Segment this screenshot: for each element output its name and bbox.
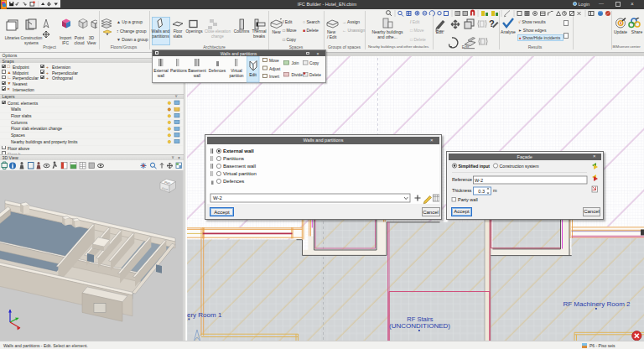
svg-text:Join: Join: [291, 61, 299, 65]
svg-text:Partitions: Partitions: [170, 69, 188, 73]
svg-text:Simplified input: Simplified input: [459, 163, 491, 168]
svg-text:W-2: W-2: [213, 195, 223, 201]
svg-text:ery Room 1: ery Room 1: [187, 311, 222, 319]
svg-text:m: m: [493, 188, 497, 193]
svg-text:Defences: Defences: [223, 179, 244, 184]
svg-text:partition: partition: [229, 74, 243, 78]
svg-text:Adjust: Adjust: [269, 67, 281, 71]
svg-text:Construction system: Construction system: [500, 163, 539, 168]
svg-text:Basement: Basement: [188, 69, 206, 73]
svg-text:Thickness: Thickness: [452, 188, 472, 193]
svg-text:Basement wall: Basement wall: [223, 164, 256, 169]
svg-text:W-2: W-2: [475, 177, 483, 182]
svg-text:(UNCONDITIONED): (UNCONDITIONED): [389, 322, 450, 330]
svg-text:Edit: Edit: [249, 72, 257, 77]
svg-text:Delete: Delete: [309, 73, 321, 77]
svg-text:wall: wall: [157, 74, 164, 78]
svg-text:Reference: Reference: [452, 177, 472, 182]
svg-text:Party wall: Party wall: [458, 197, 478, 202]
svg-text:RF Machinery Room 2: RF Machinery Room 2: [563, 300, 631, 308]
svg-text:Invert: Invert: [269, 75, 280, 79]
svg-text:External wall: External wall: [223, 148, 254, 154]
svg-text:Move: Move: [269, 59, 279, 63]
svg-text:Defences: Defences: [208, 69, 226, 73]
svg-text:Partitions: Partitions: [223, 156, 244, 161]
svg-text:External: External: [153, 69, 169, 73]
svg-text:wall: wall: [193, 74, 200, 78]
svg-text:Copy: Copy: [309, 61, 319, 65]
svg-text:Virtual: Virtual: [231, 69, 242, 73]
svg-text:Virtual partition: Virtual partition: [223, 171, 257, 176]
svg-text:Divide: Divide: [291, 73, 303, 77]
svg-text:0.3: 0.3: [478, 188, 485, 193]
